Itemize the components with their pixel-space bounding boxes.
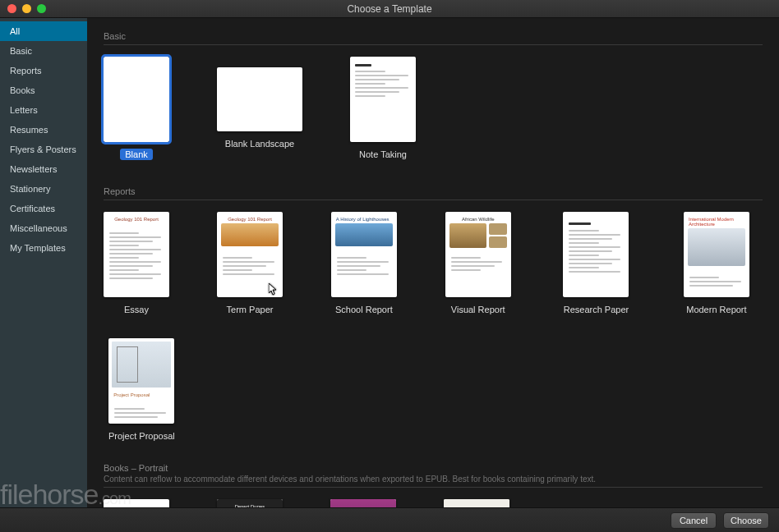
template-book-dunes[interactable]: Desert Dunes — [217, 499, 283, 507]
template-label: Blank — [120, 149, 153, 160]
template-thumbnail[interactable] — [217, 67, 302, 131]
template-thumbnail[interactable]: Geology 101 Report — [104, 212, 169, 297]
cancel-button[interactable]: Cancel — [671, 512, 717, 529]
titlebar: Choose a Template — [0, 0, 779, 18]
template-label: Modern Report — [681, 304, 751, 315]
template-blank-landscape[interactable]: Blank Landscape — [217, 57, 302, 160]
template-gallery: Basic BlankBlank LandscapeNote Taking Re… — [87, 18, 779, 507]
template-thumbnail[interactable]: THREE TALES — [444, 499, 509, 507]
section-header-reports: Reports — [104, 181, 763, 200]
template-thumbnail[interactable]: International Modern Architecture — [684, 212, 749, 297]
template-research-paper[interactable]: Research Paper — [559, 212, 634, 315]
sidebar-item-books[interactable]: Books — [0, 80, 87, 100]
sidebar-item-newsletters[interactable]: Newsletters — [0, 159, 87, 179]
template-book-chem[interactable]: URNA SEMPERAPPLIED CHEMISTRYFIRST EDITIO… — [330, 499, 396, 507]
template-thumbnail[interactable] — [104, 57, 169, 142]
template-thumbnail[interactable] — [104, 499, 169, 507]
sidebar-item-miscellaneous[interactable]: Miscellaneous — [0, 218, 87, 238]
template-thumbnail[interactable]: Project Proposal — [108, 338, 174, 424]
template-book-tales[interactable]: THREE TALES — [444, 499, 509, 507]
template-label: Research Paper — [559, 304, 634, 315]
template-note-taking[interactable]: Note Taking — [350, 57, 416, 160]
template-thumbnail[interactable]: African Wildlife — [445, 212, 511, 297]
sidebar-item-flyers-posters[interactable]: Flyers & Posters — [0, 140, 87, 159]
template-thumbnail[interactable] — [350, 57, 416, 142]
template-essay[interactable]: Geology 101 ReportEssay — [104, 212, 169, 315]
template-book-blank[interactable] — [104, 499, 169, 507]
template-term-paper[interactable]: Geology 101 ReportTerm Paper — [217, 212, 283, 315]
window-title: Choose a Template — [0, 3, 779, 15]
sidebar: AllBasicReportsBooksLettersResumesFlyers… — [0, 18, 87, 507]
template-label: Blank Landscape — [220, 138, 299, 149]
section-header-books: Books – Portrait Content can reflow to a… — [104, 463, 763, 488]
sidebar-item-my-templates[interactable]: My Templates — [0, 238, 87, 258]
sidebar-item-certificates[interactable]: Certificates — [0, 199, 87, 218]
template-label: Essay — [119, 304, 154, 315]
template-thumbnail[interactable] — [563, 212, 629, 297]
sidebar-item-stationery[interactable]: Stationery — [0, 179, 87, 199]
template-label: Visual Report — [446, 304, 510, 315]
sidebar-item-reports[interactable]: Reports — [0, 61, 87, 80]
template-thumbnail[interactable]: URNA SEMPERAPPLIED CHEMISTRYFIRST EDITIO… — [330, 499, 396, 507]
template-blank[interactable]: Blank — [104, 57, 169, 160]
template-thumbnail[interactable]: Desert Dunes — [217, 499, 283, 507]
choose-button[interactable]: Choose — [723, 512, 769, 529]
section-title-books: Books – Portrait — [104, 463, 763, 473]
template-label: Term Paper — [222, 304, 279, 315]
section-subtitle-books: Content can reflow to accommodate differ… — [104, 475, 763, 484]
template-thumbnail[interactable]: A History of Lighthouses — [331, 212, 397, 297]
template-school-report[interactable]: A History of LighthousesSchool Report — [330, 212, 398, 315]
sidebar-item-letters[interactable]: Letters — [0, 100, 87, 120]
template-label: Note Taking — [354, 149, 412, 160]
sidebar-item-all[interactable]: All — [0, 21, 87, 41]
template-modern-report[interactable]: International Modern ArchitectureModern … — [681, 212, 751, 315]
sidebar-item-basic[interactable]: Basic — [0, 41, 87, 61]
sidebar-item-resumes[interactable]: Resumes — [0, 120, 87, 140]
section-header-basic: Basic — [104, 26, 763, 45]
template-label: Project Proposal — [104, 430, 180, 442]
template-thumbnail[interactable]: Geology 101 Report — [217, 212, 283, 297]
template-visual-report[interactable]: African WildlifeVisual Report — [445, 212, 511, 315]
template-project-proposal[interactable]: Project ProposalProject Proposal — [104, 338, 180, 442]
footer: Cancel Choose — [0, 507, 779, 532]
template-label: School Report — [330, 304, 398, 315]
